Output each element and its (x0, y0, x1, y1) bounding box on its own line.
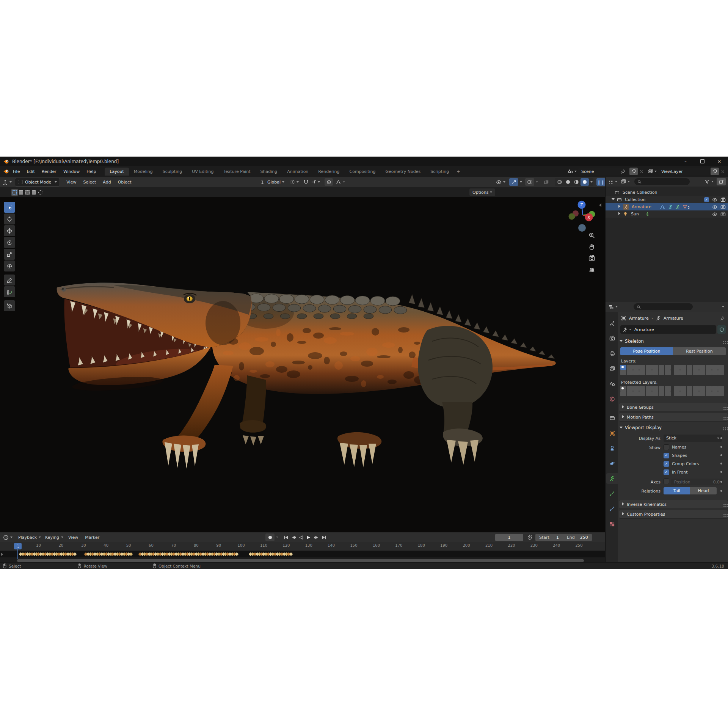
bone-groups-panel-header[interactable]: Bone Groups (619, 403, 728, 412)
armature-layer-cell[interactable] (633, 365, 639, 370)
tool-scale[interactable] (4, 249, 15, 260)
viewport-menu-add[interactable]: Add (99, 180, 114, 185)
outliner-row-collection[interactable]: Collection (606, 196, 728, 203)
outliner-editor-icon[interactable] (608, 179, 613, 184)
animate-dot[interactable] (720, 446, 722, 448)
viewlayer-name[interactable]: ViewLayer (658, 168, 709, 175)
armature-layer-cell[interactable] (718, 365, 724, 370)
proportional-editing-toggle[interactable] (325, 178, 333, 186)
armature-layer-cell[interactable] (652, 391, 658, 396)
armature-layer-cell[interactable] (627, 365, 633, 370)
tab-texture[interactable] (606, 519, 618, 529)
armature-layer-cell[interactable] (646, 391, 652, 396)
shapes-checkbox[interactable] (664, 453, 669, 458)
armature-layer-cell[interactable] (693, 391, 699, 396)
viewport-display-panel-header[interactable]: Viewport Display (620, 424, 726, 431)
tab-uv-editing[interactable]: UV Editing (187, 168, 218, 176)
show-gizmo-toggle[interactable] (509, 178, 518, 186)
perspective-toggle-icon[interactable] (588, 266, 595, 273)
timeline-menu-view[interactable]: View (65, 535, 82, 540)
close-button[interactable]: × (711, 157, 728, 166)
timeline-scrollbar[interactable] (17, 559, 584, 562)
tab-modeling[interactable]: Modeling (129, 168, 158, 176)
tab-texture-paint[interactable]: Texture Paint (219, 168, 256, 176)
hide-eye-icon[interactable] (712, 197, 717, 202)
editor-divider[interactable] (605, 177, 606, 562)
in-front-checkbox[interactable] (664, 469, 669, 475)
select-mode-box-extend-button[interactable] (24, 189, 31, 196)
animate-dot[interactable] (720, 454, 722, 456)
timeline-band[interactable] (0, 551, 605, 559)
armature-layer-cell[interactable] (693, 386, 699, 391)
timeline-editor-icon[interactable] (3, 535, 9, 540)
timeline-ruler[interactable]: 1020304050607080901001101201301401501601… (0, 542, 605, 551)
tab-shading[interactable]: Shading (256, 168, 282, 176)
outliner-row-armature[interactable]: Armature 2 (606, 203, 728, 210)
breadcrumb-data[interactable]: Armature (664, 316, 683, 321)
timeline-expand-icon[interactable] (1, 552, 3, 556)
disable-render-icon[interactable] (720, 204, 726, 210)
armature-layer-cell[interactable] (665, 386, 671, 391)
select-mode-box-button[interactable] (18, 189, 24, 196)
outliner-search[interactable] (634, 178, 690, 185)
menu-edit[interactable]: Edit (23, 169, 38, 174)
armature-layer-cell[interactable] (680, 386, 686, 391)
tab-view-layer[interactable] (606, 363, 618, 374)
outliner-row-sun[interactable]: Sun (606, 210, 728, 218)
tab-tool[interactable] (606, 318, 618, 328)
armature-layer-cell[interactable] (699, 386, 705, 391)
armature-layer-cell[interactable] (633, 370, 639, 375)
tool-cursor[interactable] (4, 213, 15, 224)
viewport-3d[interactable]: Z X (0, 197, 605, 532)
proportional-falloff-icon[interactable] (336, 179, 341, 185)
armature-layer-cell[interactable] (680, 365, 686, 370)
scene-selector[interactable]: Scene (568, 168, 644, 175)
armature-layer-cell[interactable] (699, 365, 705, 370)
menu-help[interactable]: Help (83, 169, 99, 174)
armature-layer-cell[interactable] (665, 391, 671, 396)
tab-compositing[interactable]: Compositing (345, 168, 381, 176)
tool-select-box[interactable] (4, 202, 15, 213)
tab-geometry-nodes[interactable]: Geometry Nodes (380, 168, 425, 176)
snap-magnet-icon[interactable] (303, 179, 309, 185)
show-overlays-toggle[interactable] (525, 178, 534, 186)
tab-sculpting[interactable]: Sculpting (158, 168, 187, 176)
shading-material-button[interactable] (572, 178, 581, 186)
tab-physics[interactable] (606, 458, 618, 469)
delete-scene-icon[interactable] (640, 169, 644, 174)
tab-object-data[interactable] (606, 473, 618, 484)
menu-render[interactable]: Render (38, 169, 60, 174)
armature-layer-cell[interactable] (674, 370, 680, 375)
armature-layer-cell[interactable] (627, 370, 633, 375)
tab-bone-constraints[interactable] (606, 504, 618, 514)
tool-rotate[interactable] (4, 237, 15, 248)
menu-file[interactable]: File (9, 169, 23, 174)
armature-layer-cell[interactable] (706, 386, 712, 391)
armature-layer-cell[interactable] (620, 391, 626, 396)
group-colors-checkbox[interactable] (664, 461, 669, 467)
armature-layer-cell[interactable] (646, 370, 652, 375)
armature-layer-cell[interactable] (706, 365, 712, 370)
filter-icon[interactable] (704, 179, 710, 184)
keyframe-diamond[interactable] (129, 552, 133, 556)
axes-position-slider[interactable]: Position 0.0 (671, 479, 723, 485)
armature-layer-cell[interactable] (665, 365, 671, 370)
select-mode-lasso-button[interactable] (37, 189, 44, 196)
armature-layer-cell[interactable] (712, 365, 718, 370)
display-as-dropdown[interactable]: Stick (664, 435, 722, 442)
axes-checkbox[interactable] (664, 479, 669, 484)
previous-keyframe-button[interactable] (290, 533, 297, 541)
use-preview-range-icon[interactable] (527, 535, 532, 540)
xray-toggle[interactable] (542, 178, 551, 186)
show-object-types-icon[interactable] (496, 179, 502, 185)
shading-wireframe-button[interactable] (555, 178, 564, 186)
delete-viewlayer-icon[interactable] (721, 169, 725, 174)
tab-object[interactable] (606, 428, 618, 438)
armature-layer-cell[interactable] (639, 370, 645, 375)
armature-layer-cell[interactable] (665, 370, 671, 375)
armature-layer-cell[interactable] (680, 370, 686, 375)
tool-annotate[interactable] (4, 275, 15, 286)
tool-move[interactable] (4, 225, 15, 236)
armature-layer-cell[interactable] (627, 386, 633, 391)
armature-layer-cell[interactable] (659, 386, 665, 391)
